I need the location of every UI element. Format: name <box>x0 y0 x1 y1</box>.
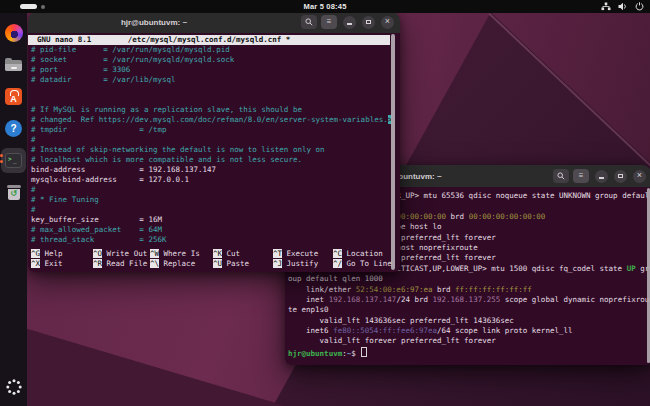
nano-line: # socket = /var/run/mysqld/mysqld.sock <box>31 55 392 65</box>
terminal-line: inet6 fe80::5054:ff:fee6:97ea/64 scope l… <box>288 326 649 336</box>
nano-shortcut-bar: ^G Help^O Write Out^W Where Is^K Cut^T E… <box>31 249 400 269</box>
terminal-icon: >_ <box>5 153 22 168</box>
files-icon <box>5 58 22 71</box>
hamburger-icon: ≡ <box>579 172 584 180</box>
dock-item-show-apps[interactable] <box>1 374 26 399</box>
nano-shortcut: ^W Where Is <box>150 249 213 259</box>
nano-line: # <box>31 185 392 195</box>
terminal-line: te enp1s0 <box>288 305 649 315</box>
hamburger-icon: ≡ <box>327 18 332 26</box>
scrollbar[interactable] <box>391 34 395 270</box>
menu-button[interactable]: ≡ <box>321 15 337 29</box>
nano-shortcut: ^O Write Out <box>93 249 150 259</box>
running-indicator <box>0 154 3 163</box>
dock-item-terminal[interactable]: >_ <box>1 148 26 173</box>
dock: A ? >_ ↺ <box>0 13 27 406</box>
dock-item-trash[interactable]: ↺ <box>1 180 26 205</box>
nano-line: # changed. Ref https://dev.mysql.com/doc… <box>31 115 392 125</box>
shortcut-key: ^C <box>333 249 342 258</box>
power-icon <box>635 2 644 11</box>
close-icon: × <box>637 171 642 180</box>
shortcut-label: Cut <box>222 249 240 258</box>
terminal-cursor <box>361 347 367 357</box>
shortcut-key: ^W <box>150 249 159 258</box>
scrollbar[interactable] <box>647 188 650 363</box>
shortcut-key: ^J <box>273 259 282 268</box>
menu-button[interactable]: ≡ <box>573 169 589 183</box>
nano-shortcut: ^C Location <box>333 249 400 259</box>
desktop: hjr@ubuntuvm: ~ ≡ × 1: lo: <LOOPBACK,UP,… <box>0 0 650 406</box>
network-icon <box>601 2 611 11</box>
shortcut-label: Replace <box>159 259 195 268</box>
shortcut-key: ^O <box>93 249 102 258</box>
nano-editor-text[interactable]: # pid-file = /var/run/mysqld/mysqld.pid#… <box>31 45 392 245</box>
trash-icon: ↺ <box>6 185 21 200</box>
shortcut-key: ^K <box>213 249 222 258</box>
nano-shortcut: ^G Help <box>31 249 93 259</box>
search-icon <box>557 172 565 180</box>
show-apps-icon <box>5 378 23 396</box>
nano-shortcut: ^R Read File <box>93 259 150 269</box>
nano-shortcut: ^J Justify <box>273 259 333 269</box>
nano-line: # datadir = /var/lib/mysql <box>31 75 392 85</box>
maximize-icon <box>618 174 623 179</box>
close-icon: × <box>385 17 390 26</box>
nano-terminal-window: hjr@ubuntuvm: ~ ≡ × GNU nano 8.1 /etc/my… <box>28 11 400 272</box>
dock-item-files[interactable] <box>1 52 26 77</box>
minimize-icon <box>347 23 352 24</box>
shortcut-label: Help <box>40 249 63 258</box>
nano-line: # Instead of skip-networking the default… <box>31 145 392 155</box>
nano-line <box>31 95 392 105</box>
terminal-line: inet 192.168.137.147/24 brd 192.168.137.… <box>288 295 649 305</box>
dock-item-app-center[interactable]: A <box>1 84 26 109</box>
shortcut-key: ^U <box>213 259 222 268</box>
nano-titlebar: GNU nano 8.1 /etc/mysql/mysql.conf.d/mys… <box>28 35 390 45</box>
nano-line: mysqlx-bind-address = 127.0.0.1 <box>31 175 392 185</box>
shortcut-key: ^/ <box>333 259 342 268</box>
maximize-icon <box>366 20 371 25</box>
volume-icon <box>618 2 628 11</box>
nano-terminal-content[interactable]: GNU nano 8.1 /etc/mysql/mysql.conf.d/mys… <box>28 33 400 272</box>
shortcut-label: Where Is <box>159 249 200 258</box>
nano-shortcut: ^U Paste <box>213 259 273 269</box>
maximize-button[interactable] <box>362 16 375 29</box>
nano-line: # * Fine Tuning <box>31 195 392 205</box>
nano-line: key_buffer_size = 16M <box>31 215 392 225</box>
shortcut-label: Justify <box>282 259 318 268</box>
terminal-line: valid_lft forever preferred_lft forever <box>288 336 649 346</box>
nano-shortcut: ^K Cut <box>213 249 273 259</box>
shortcut-label: Read File <box>102 259 147 268</box>
search-button[interactable] <box>553 169 569 183</box>
nano-line: # localhost which is more compatible and… <box>31 155 392 165</box>
shortcut-label: Location <box>342 249 383 258</box>
search-button[interactable] <box>301 15 317 29</box>
clock[interactable]: Mar 5 08:45 <box>0 2 650 11</box>
nano-line: # tmpdir = /tmp <box>31 125 392 135</box>
nano-shortcut: ^T Execute <box>273 249 333 259</box>
minimize-button[interactable] <box>343 16 356 29</box>
nano-shortcut: ^\ Replace <box>150 259 213 269</box>
search-icon <box>305 18 313 26</box>
close-button[interactable]: × <box>381 16 394 29</box>
shortcut-key: ^R <box>93 259 102 268</box>
shortcut-label: Go To Line <box>342 259 392 268</box>
nano-shortcut: ^/ Go To Line <box>333 259 400 269</box>
nano-terminal-titlebar[interactable]: hjr@ubuntuvm: ~ ≡ × <box>28 11 400 33</box>
maximize-button[interactable] <box>614 170 627 183</box>
shortcut-label: Exit <box>40 259 63 268</box>
close-button[interactable]: × <box>633 170 646 183</box>
nano-line: # port = 3306 <box>31 65 392 75</box>
dock-item-firefox[interactable] <box>1 20 26 45</box>
dock-item-help[interactable]: ? <box>1 116 26 141</box>
terminal-line: link/ether 52:54:00:e6:97:ea brd ff:ff:f… <box>288 285 649 295</box>
nano-line: # pid-file = /var/run/mysqld/mysqld.pid <box>31 45 392 55</box>
nano-line: bind-address = 192.168.137.147 <box>31 165 392 175</box>
nano-line <box>31 85 392 95</box>
shortcut-key: ^G <box>31 249 40 258</box>
shortcut-label: Write Out <box>102 249 147 258</box>
minimize-icon <box>599 177 604 178</box>
system-status-area[interactable] <box>601 0 644 13</box>
nano-line: # thread_stack = 256K <box>31 235 392 245</box>
minimize-button[interactable] <box>595 170 608 183</box>
shortcut-label: Execute <box>282 249 318 258</box>
